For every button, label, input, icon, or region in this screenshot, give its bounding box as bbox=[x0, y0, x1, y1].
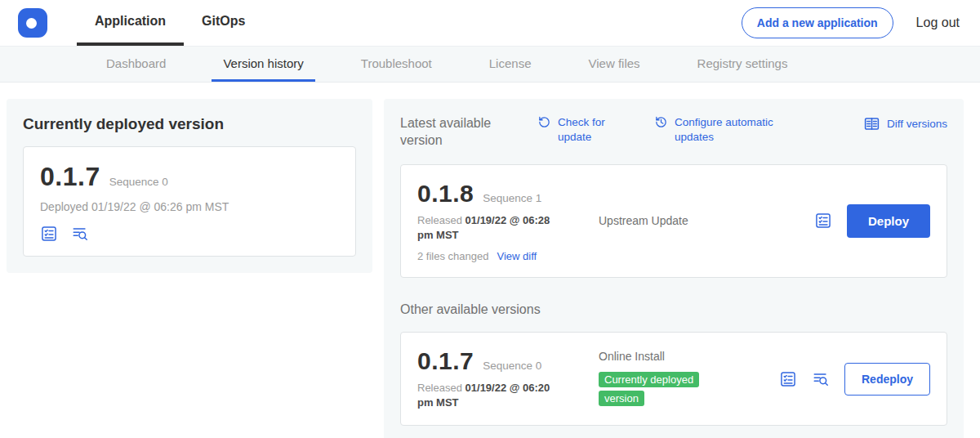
latest-sequence: Sequence 1 bbox=[483, 192, 541, 204]
other-released-date: Released 01/19/22 @ 06:20 pm MST bbox=[417, 381, 563, 410]
other-release-source-block: Online Install Currently deployed versio… bbox=[599, 350, 779, 408]
other-release-source: Online Install bbox=[599, 350, 779, 363]
latest-release-source: Upstream Update bbox=[599, 214, 814, 227]
latest-files-row: 2 files changed View diff bbox=[417, 250, 599, 262]
deployed-version-card: 0.1.7 Sequence 0 Deployed 01/19/22 @ 06:… bbox=[23, 146, 356, 257]
latest-release-actions: Deploy bbox=[814, 204, 930, 238]
clock-history-icon bbox=[654, 115, 668, 129]
check-for-update-link[interactable]: Check for update bbox=[537, 115, 617, 144]
app-header: Application GitOps Add a new application… bbox=[0, 0, 980, 47]
configure-automatic-updates-link[interactable]: Configure automatic updates bbox=[654, 115, 782, 144]
latest-version-number: 0.1.8 bbox=[417, 180, 474, 208]
diff-versions-icon bbox=[863, 115, 880, 132]
latest-available-header: Latest available version Check for updat… bbox=[400, 115, 947, 150]
header-tabs: Application GitOps bbox=[77, 0, 263, 46]
currently-deployed-badge: Currently deployed version bbox=[599, 372, 699, 406]
other-version-row: 0.1.7 Sequence 0 bbox=[417, 347, 599, 375]
deployed-date: Deployed 01/19/22 @ 06:26 pm MST bbox=[40, 200, 339, 213]
app-logo[interactable] bbox=[18, 8, 47, 38]
release-notes-icon[interactable] bbox=[40, 225, 58, 243]
latest-release-info: 0.1.8 Sequence 1 Released 01/19/22 @ 06:… bbox=[417, 180, 599, 262]
status-badge-wrap: Currently deployed version bbox=[599, 370, 713, 408]
latest-version-row: 0.1.8 Sequence 1 bbox=[417, 180, 599, 208]
subnav-item-troubleshoot[interactable]: Troubleshoot bbox=[350, 47, 443, 82]
subnav-item-dashboard[interactable]: Dashboard bbox=[95, 47, 177, 82]
subnav-item-registry-settings[interactable]: Registry settings bbox=[686, 47, 800, 82]
release-notes-icon[interactable] bbox=[814, 212, 832, 230]
app-subnav: Dashboard Version history Troubleshoot L… bbox=[0, 47, 980, 83]
deployed-version-number: 0.1.7 bbox=[40, 162, 100, 192]
files-changed-label: 2 files changed bbox=[417, 250, 488, 262]
deployed-actions bbox=[40, 225, 339, 243]
latest-available-panel: Latest available version Check for updat… bbox=[384, 99, 964, 438]
other-version-number: 0.1.7 bbox=[417, 347, 474, 375]
main-content: Currently deployed version 0.1.7 Sequenc… bbox=[0, 83, 980, 438]
diff-versions-label: Diff versions bbox=[887, 117, 947, 132]
currently-deployed-panel: Currently deployed version 0.1.7 Sequenc… bbox=[7, 99, 372, 273]
other-sequence: Sequence 0 bbox=[483, 360, 541, 372]
other-available-versions-title: Other available versions bbox=[400, 302, 947, 317]
subnav-item-version-history[interactable]: Version history bbox=[212, 47, 314, 82]
subnav-item-license[interactable]: License bbox=[478, 47, 543, 82]
check-for-update-label: Check for update bbox=[558, 115, 617, 144]
tab-application[interactable]: Application bbox=[77, 0, 184, 46]
header-right: Add a new application Log out bbox=[742, 0, 960, 46]
redeploy-button[interactable]: Redeploy bbox=[844, 363, 930, 396]
file-search-icon[interactable] bbox=[812, 370, 830, 388]
deploy-button[interactable]: Deploy bbox=[847, 204, 930, 238]
other-release-info: 0.1.7 Sequence 0 Released 01/19/22 @ 06:… bbox=[417, 347, 599, 410]
deployed-sequence: Sequence 0 bbox=[109, 176, 168, 188]
tab-gitops[interactable]: GitOps bbox=[184, 0, 263, 46]
other-release-card: 0.1.7 Sequence 0 Released 01/19/22 @ 06:… bbox=[400, 332, 947, 426]
latest-released-date: Released 01/19/22 @ 06:28 pm MST bbox=[417, 213, 563, 243]
currently-deployed-title: Currently deployed version bbox=[23, 115, 356, 133]
diff-versions-link[interactable]: Diff versions bbox=[863, 115, 947, 132]
app-logo-mark bbox=[26, 18, 37, 29]
view-diff-link[interactable]: View diff bbox=[497, 250, 537, 262]
deployed-version-row: 0.1.7 Sequence 0 bbox=[40, 162, 339, 192]
logout-link[interactable]: Log out bbox=[916, 16, 960, 30]
release-notes-icon[interactable] bbox=[779, 370, 797, 388]
subnav-item-view-files[interactable]: View files bbox=[577, 47, 651, 82]
file-search-icon[interactable] bbox=[71, 225, 89, 243]
latest-available-title: Latest available version bbox=[400, 115, 510, 150]
add-new-application-button[interactable]: Add a new application bbox=[742, 7, 893, 38]
configure-automatic-updates-label: Configure automatic updates bbox=[675, 115, 782, 144]
logo-wrap bbox=[18, 0, 47, 46]
refresh-icon bbox=[537, 115, 551, 129]
other-release-actions: Redeploy bbox=[779, 363, 930, 396]
latest-release-card: 0.1.8 Sequence 1 Released 01/19/22 @ 06:… bbox=[400, 164, 947, 278]
